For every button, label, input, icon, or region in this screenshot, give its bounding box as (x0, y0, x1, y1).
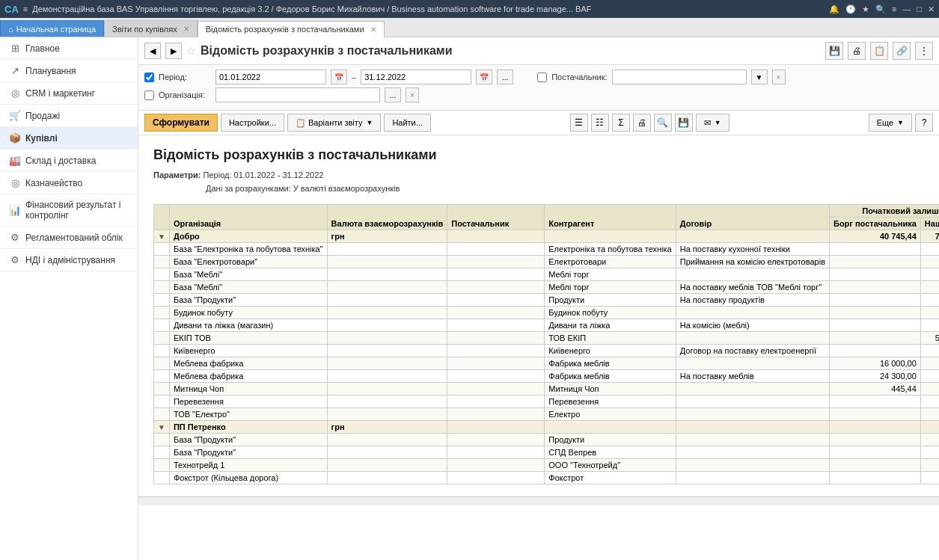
row-contract (676, 434, 829, 446)
sidebar-item-regulated[interactable]: ⚙ Регламентований облік (0, 227, 138, 249)
settings-button[interactable]: Настройки... (221, 114, 284, 132)
copy-toolbar-button[interactable]: 📋 (870, 42, 888, 60)
row-supplier (447, 396, 545, 408)
more-button[interactable]: Еще ▼ (869, 114, 912, 132)
row-org: Фокстрот (Кільцева дорога) (169, 472, 327, 484)
report-table: Організація Валюта взаєморозрахунків Пос… (153, 204, 939, 484)
org-row: Організація: ... × (144, 87, 933, 102)
period-checkbox[interactable] (144, 73, 154, 82)
find-button[interactable]: Найти... (384, 114, 431, 132)
sidebar-item-purchases[interactable]: 📦 Купівлі (0, 127, 138, 150)
row-contragent: Меблі торг (545, 268, 676, 281)
row-contract: Договор на поставку електроенергії (676, 345, 829, 357)
sidebar-warehouse-label: Склад і доставка (25, 156, 96, 166)
org-dots-button[interactable]: ... (385, 87, 401, 102)
sidebar-treasury-label: Казначейство (25, 178, 82, 188)
row-org: База "Електроніка та побутова техніка" (169, 243, 327, 256)
sidebar-item-crm[interactable]: ◎ CRM і маркетинг (0, 82, 138, 105)
hamburger-icon[interactable]: ≡ (23, 4, 28, 13)
sidebar-item-sales[interactable]: 🛒 Продажі (0, 105, 138, 127)
group-button[interactable]: ☰ (570, 114, 588, 132)
main-layout: ⊞ Главное ↗ Планування ◎ CRM і маркетинг… (0, 37, 939, 560)
row-currency (327, 383, 447, 396)
sidebar-item-planning[interactable]: ↗ Планування (0, 60, 138, 82)
report-area[interactable]: Відомість розрахунків з постачальниками … (138, 135, 939, 560)
menu-icon[interactable]: ≡ (892, 4, 896, 14)
row-org: Дивани та ліжка (магазин) (169, 319, 327, 332)
row-our-debt (920, 357, 939, 370)
vendor-input[interactable] (612, 70, 747, 84)
sidebar-item-finresult[interactable]: 📊 Фінансовий результат і контролінг (0, 194, 138, 227)
sidebar-item-main[interactable]: ⊞ Главное (0, 37, 138, 60)
th-our-debt: Наш борг (920, 218, 939, 230)
back-button[interactable]: ◀ (144, 43, 161, 59)
save-action-button[interactable]: 💾 (675, 114, 693, 132)
vendor-checkbox[interactable] (537, 73, 547, 82)
row-contragent: Фабрика меблів (545, 370, 676, 383)
table-row: Перевезення Перевезення 864,00 (154, 396, 940, 408)
expand-icon[interactable]: ▼ (154, 230, 170, 243)
vendor-dropdown-button[interactable]: ▼ (751, 70, 768, 84)
table-row: База "Продукти" Продукти 396,00 (154, 434, 940, 446)
period-from-calendar-button[interactable]: 📅 (331, 70, 347, 84)
tabbar: ⌂ Начальная страница Звіти по купівлях ✕… (0, 18, 939, 37)
help-button[interactable]: ? (915, 114, 933, 132)
variants-arrow: ▼ (366, 119, 373, 126)
more-toolbar-button[interactable]: ⋮ (915, 42, 933, 60)
row-currency (327, 332, 447, 345)
sum-button[interactable]: Σ (612, 114, 630, 132)
maximize-icon[interactable]: □ (917, 4, 922, 14)
vendor-clear-button[interactable]: × (772, 70, 786, 84)
tab-vendors[interactable]: Відомість розрахунків з постачальниками … (198, 21, 385, 37)
row-currency (327, 243, 447, 256)
org-checkbox[interactable] (144, 90, 154, 100)
params-period: Період: 01.01.2022 - 31.12.2022 (204, 170, 324, 179)
org-clear-button[interactable]: × (406, 87, 419, 102)
zoom-button[interactable]: 🔍 (654, 114, 672, 132)
app-logo: CA (4, 4, 19, 15)
ungroup-button[interactable]: ☷ (591, 114, 609, 132)
period-to-input[interactable] (361, 70, 471, 84)
sidebar-item-ndi[interactable]: ⚙ НДІ і адміністрування (0, 249, 138, 271)
row-expand (154, 370, 170, 383)
email-button[interactable]: ✉ ▼ (696, 114, 730, 132)
row-org: Технотрейд 1 (169, 459, 327, 472)
row-contract (676, 268, 829, 281)
favorite-button[interactable]: ☆ (186, 45, 196, 57)
link-toolbar-button[interactable]: 🔗 (893, 42, 911, 60)
row-contragent: Митниця Чоп (545, 383, 676, 396)
minimize-icon[interactable]: — (902, 4, 911, 14)
sidebar-item-treasury[interactable]: ◎ Казначейство (0, 172, 138, 194)
row-supplier (447, 408, 545, 421)
expand-icon[interactable]: ▼ (154, 421, 170, 434)
sidebar-item-warehouse[interactable]: 🏭 Склад і доставка (0, 150, 138, 172)
row-contract (676, 307, 829, 319)
bottom-scrollbar[interactable] (138, 496, 939, 505)
notification-icon[interactable]: 🔔 (829, 4, 839, 14)
tab-reports[interactable]: Звіти по купівлях ✕ (104, 20, 198, 37)
close-icon[interactable]: ✕ (928, 4, 935, 14)
history-icon[interactable]: 🕐 (845, 4, 856, 14)
tab-reports-close[interactable]: ✕ (183, 25, 189, 33)
table-row: ЕКІП ТОВ ТОВ ЕКІП 581 040,00 (154, 332, 940, 345)
print-toolbar-button[interactable]: 🖨 (848, 42, 866, 60)
period-from-input[interactable] (215, 70, 326, 84)
row-currency (327, 396, 447, 408)
bookmark-icon[interactable]: ★ (862, 4, 869, 14)
period-dots-button[interactable]: ... (497, 70, 513, 84)
tab-home[interactable]: ⌂ Начальная страница (0, 20, 104, 37)
row-our-debt: 4 740,00 (920, 243, 939, 256)
variants-button[interactable]: 📋 Варіанти звіту ▼ (287, 114, 381, 132)
period-to-calendar-button[interactable]: 📅 (476, 70, 492, 84)
save-toolbar-button[interactable]: 💾 (825, 42, 843, 60)
print-action-button[interactable]: 🖨 (633, 114, 651, 132)
tab-vendors-close[interactable]: ✕ (370, 25, 376, 34)
row-our-debt: 43 952,00 (920, 446, 939, 459)
row-contragent: ООО "Технотрейд" (545, 459, 676, 472)
search-icon[interactable]: 🔍 (875, 4, 886, 14)
forward-button[interactable]: ▶ (165, 43, 182, 59)
org-input[interactable] (215, 87, 380, 102)
generate-button[interactable]: Сформувати (144, 114, 218, 132)
row-debt (829, 446, 920, 459)
row-currency (327, 408, 447, 421)
